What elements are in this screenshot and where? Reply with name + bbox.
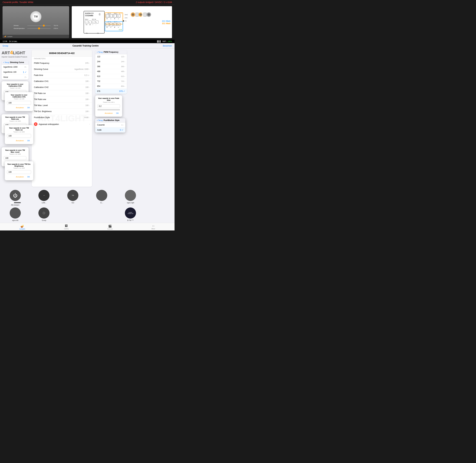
param-tw-ext-brightness[interactable]: TW Ext. Brightness 100›: [32, 108, 92, 115]
grid-item-groep[interactable]: ⬡ Groep: [30, 207, 58, 221]
dimmer-track[interactable]: [27, 25, 51, 26]
max-level-input[interactable]: [4, 156, 26, 160]
grid-item-ci[interactable]: Ci...: [88, 190, 115, 206]
tab-meer[interactable]: ··· Meer: [151, 224, 155, 230]
pwm-option-488[interactable]: 488488 ›: [95, 69, 127, 74]
pwm-option-122[interactable]: 122122 ›: [95, 54, 127, 59]
circle-422: TW: [67, 190, 78, 201]
grid-item-empty-1: [146, 190, 173, 206]
fade-slider-track[interactable]: [97, 109, 120, 110]
fade-time-input[interactable]: [97, 104, 120, 108]
status-time-date: 12:06 Di 14 dec.: [2, 40, 18, 43]
svg-text:(ww): (ww): [125, 14, 128, 15]
ratio-cw-dialog: Voer waarde in voor TW Ratio cw Tussen 1…: [5, 125, 33, 144]
pwm-back-button[interactable]: < Terug: [97, 51, 103, 53]
power-button[interactable]: ⏻: [10, 190, 21, 201]
left-sidebar: ART4LIGHT Importer Casambi Enabled Produ…: [0, 48, 30, 188]
alle-lampen-label: Alle lampen: [11, 204, 19, 206]
colortemp-row: Kleurtemperatuur 3750 K: [14, 28, 58, 29]
dimmer-row: Dimmer 70,6 %: [14, 25, 58, 26]
pushbutton-arditi[interactable]: Arditi0 ✓: [95, 127, 125, 133]
svg-text:X3.A: X3.A: [119, 13, 122, 14]
param-tw-ratio-ww[interactable]: TW Ratio ww 100›: [32, 96, 92, 102]
pwm-option-366[interactable]: 366366 ›: [95, 64, 127, 69]
ldm-label: LDM...: [42, 202, 46, 204]
param-fade-time[interactable]: Fade time 0,2 s›: [32, 72, 92, 78]
calib-ch1-cancel[interactable]: Annuleren: [15, 106, 25, 109]
app-footer: 🪔 Lampen: [2, 35, 69, 38]
calib-ch1-sub: Tussen 1 en 100: [7, 98, 31, 100]
grid-item-ldm[interactable]: ▪▪▪ LDM...: [30, 190, 58, 206]
svg-text:(cw): (cw): [125, 17, 127, 18]
param-tw-max-level[interactable]: TW Max. Level 100›: [32, 102, 92, 108]
pwm-option-244[interactable]: 244244 ›: [95, 59, 127, 64]
calib-ch1-dialog: Voer waarde in voor Calibration CH1 Tuss…: [5, 92, 33, 111]
nav-edit-button[interactable]: Bewerken: [163, 45, 172, 47]
svg-point-52: [123, 20, 124, 22]
dimming-option-2[interactable]: linear 2 ›: [2, 75, 28, 80]
tab-scenes[interactable]: 🎬 Scènes: [107, 224, 113, 230]
ratio-cw-input[interactable]: [7, 134, 31, 138]
ratio-cw-ok[interactable]: OK: [26, 139, 31, 142]
status-right: ▌▌▌ WiFi 100%: [157, 40, 172, 43]
grid-item-blank-2: [88, 207, 115, 221]
ratio-ww-sub: Tussen 1 en 1000: [4, 120, 26, 122]
svg-text:CH 2: CH 2: [114, 13, 117, 14]
ext-brightness-sub: Tussen 1 en 1000: [7, 167, 31, 169]
disconnect-row[interactable]: ✕ Apparaat ontkoppelen ›: [32, 120, 92, 128]
watt-labels: 211 Watt 211 Watt: [162, 20, 170, 25]
svg-text:–: –: [110, 26, 111, 28]
top-banner: Casambi profile; Tunable White 2 outputs…: [0, 0, 175, 5]
dimming-num-2: 2 ›: [25, 76, 27, 78]
right-panel: < Terug PWM Frequency 122122 › 244244 › …: [94, 48, 129, 188]
colortemp-track[interactable]: [27, 28, 51, 29]
ext-brightness-ok[interactable]: OK: [26, 175, 31, 178]
param-tw-ratio-cw[interactable]: TW Ratio cw 100›: [32, 90, 92, 96]
param-dimming-curve[interactable]: Dimming Curve logarithmic 1000›: [32, 66, 92, 72]
svg-text:+: +: [114, 26, 115, 28]
svg-text:1: 1: [86, 22, 87, 23]
scenes-tab-label: Scènes: [107, 228, 113, 230]
dimming-option-0[interactable]: logarithmic 1000 0 ›: [2, 65, 28, 70]
ext-brightness-cancel[interactable]: Annuleren: [15, 175, 25, 178]
param-pwm-frequency[interactable]: PWM Frequency 976›: [32, 60, 92, 66]
svg-text:((·: ((·: [99, 13, 101, 15]
param-calibration-ch2[interactable]: Calibration CH2 100›: [32, 84, 92, 90]
svg-text:–: –: [118, 26, 119, 28]
tab-galerij[interactable]: 🖼 Galerij: [64, 224, 69, 230]
pwm-option-854[interactable]: 854854 ›: [95, 84, 127, 89]
grid-item-signs-right[interactable]: signs right: [117, 190, 144, 206]
dimming-curve-title: Dimming Curve: [10, 61, 24, 63]
pwm-option-732[interactable]: 732732 ›: [95, 79, 127, 84]
grid-item-422[interactable]: TW 422: [59, 190, 87, 206]
svg-text:6: 6: [110, 15, 111, 17]
lamp-icon: 🪔: [4, 36, 6, 37]
tab-lampen[interactable]: 🪔 Lampen: [19, 224, 25, 230]
fade-time-cancel[interactable]: Annuleren: [104, 112, 114, 115]
fade-time-ok[interactable]: OK: [115, 112, 120, 115]
pwm-option-976[interactable]: 976976 ✓: [95, 89, 127, 94]
pwm-option-610[interactable]: 610610 ›: [95, 74, 127, 79]
lamp-tab-icon: 🪔: [20, 224, 24, 228]
grid-item-alle-lampen[interactable]: ⏻ Alle lampen: [2, 190, 29, 206]
calib-ch1-input[interactable]: [7, 101, 31, 105]
pushbutton-back-button[interactable]: < Terug: [97, 119, 103, 121]
grid-item-arditi[interactable]: arditi CONNECTOR B-TW ***: [117, 207, 144, 221]
param-pushbutton-style[interactable]: PushButton Style Arditi›: [32, 115, 92, 120]
dimming-option-1[interactable]: logarithmic 100 1 ✓: [2, 70, 28, 75]
pushbutton-casambi[interactable]: Casambi1 ›: [95, 123, 125, 127]
art4light-logo: ART4LIGHT: [2, 50, 28, 55]
svg-rect-58: [135, 13, 139, 17]
nav-back-button[interactable]: Groep: [2, 45, 8, 47]
ext-brightness-input[interactable]: [7, 170, 31, 174]
svg-text:–: –: [118, 18, 119, 20]
ratio-cw-cancel[interactable]: Annuleren: [15, 139, 25, 142]
ldm-circle: ▪▪▪: [38, 190, 50, 201]
grid-item-signs-left[interactable]: signs left: [2, 207, 29, 221]
svg-text:CH 1: CH 1: [108, 13, 111, 14]
param-calibration-ch1[interactable]: Calibration CH1 100›: [32, 78, 92, 84]
calib-ch1-ok[interactable]: OK: [26, 106, 31, 109]
time: 12:06: [2, 40, 7, 43]
dimming-back-button[interactable]: < Terug: [3, 62, 9, 63]
nav-bar: Groep Casambi Training Centre Bewerken: [0, 43, 175, 48]
